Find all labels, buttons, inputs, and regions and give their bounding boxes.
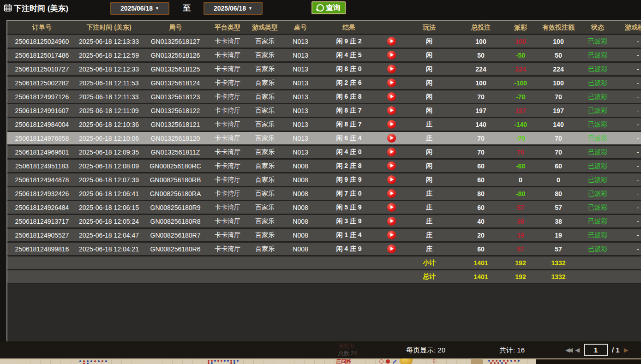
table-row[interactable]: 250618124899816 2025-06-18 12:04:21 GN00… <box>7 243 641 257</box>
replay-icon[interactable] <box>387 175 396 184</box>
game-mode-cell: - <box>615 187 641 200</box>
replay-icon[interactable] <box>387 189 396 198</box>
table-row[interactable]: 250618124951183 2025-06-18 12:08:09 GN00… <box>7 160 641 173</box>
page-total-label: / 1 <box>612 346 620 354</box>
page-number-input[interactable] <box>584 344 608 356</box>
order-number-cell: 250618124932426 <box>7 187 77 200</box>
valid-bet-cell: 140 <box>536 118 581 131</box>
table-row[interactable]: 250618124926484 2025-06-18 12:06:15 GN00… <box>7 201 641 215</box>
play-type-cell: 庄 <box>401 215 457 227</box>
table-row[interactable]: 250618125017486 2025-06-18 12:12:59 GN01… <box>7 49 641 63</box>
bead-road-dots <box>79 360 81 362</box>
platform-type-cell: 卡卡湾厅 <box>210 187 246 200</box>
table-row[interactable]: 250618124944878 2025-06-18 12:07:39 GN00… <box>7 173 641 187</box>
replay-icon[interactable] <box>387 231 396 239</box>
table-row[interactable]: 250618124984004 2025-06-18 12:10:36 GN01… <box>7 118 641 132</box>
table-row[interactable]: 250618124905527 2025-06-18 12:04:47 GN00… <box>7 229 641 243</box>
valid-bet-cell: 224 <box>536 63 581 75</box>
play-type-cell: 闲 <box>401 77 457 89</box>
payout-cell: 197 <box>505 104 536 117</box>
table-number-cell: N013 <box>284 104 317 117</box>
status-cell: 已派彩 <box>581 77 615 89</box>
replay-cell <box>381 35 401 48</box>
strip-divider-block <box>471 359 483 364</box>
order-number-cell: 250618124997126 <box>7 90 77 103</box>
bet-time-cell: 2025-06-18 12:11:53 <box>77 77 141 89</box>
next-page-icon[interactable]: ▶ <box>624 346 629 353</box>
payout-cell: 57 <box>505 243 536 255</box>
replay-icon[interactable] <box>387 148 396 156</box>
replay-icon[interactable] <box>387 120 396 129</box>
date-from-picker[interactable]: 2025/06/18 ▼ <box>110 2 169 15</box>
payout-cell: -140 <box>505 118 536 131</box>
table-row[interactable]: 250618124991607 2025-06-18 12:11:09 GN01… <box>7 104 641 118</box>
dropdown-arrow-icon: ▼ <box>155 6 159 11</box>
replay-cell <box>381 118 401 131</box>
round-number-cell: GN0132561811Z <box>141 146 210 158</box>
play-type-cell: 闲 <box>401 160 457 172</box>
valid-bet-cell: 100 <box>536 35 581 48</box>
replay-icon[interactable] <box>387 134 396 143</box>
status-cell: 已派彩 <box>581 146 615 158</box>
table-row[interactable]: 250618124969601 2025-06-18 12:09:35 GN01… <box>7 146 641 160</box>
round-number-cell: GN008256180RC <box>141 160 210 172</box>
replay-icon[interactable] <box>387 78 396 87</box>
bet-time-cell: 2025-06-18 12:04:47 <box>77 229 141 241</box>
round-number-cell: GN01325618127 <box>141 35 210 48</box>
first-page-icon[interactable]: ◀◀ <box>565 346 571 353</box>
replay-icon[interactable] <box>387 161 396 170</box>
result-cell: 闲 4 庄 9 <box>317 243 381 255</box>
table-row[interactable]: 250618125024960 2025-06-18 12:13:33 GN01… <box>7 35 641 49</box>
subtotal-bet: 1401 <box>457 257 505 269</box>
table-row[interactable]: 250618124932426 2025-06-18 12:06:41 GN00… <box>7 187 641 201</box>
round-number-cell: GN01325618122 <box>141 104 210 117</box>
platform-type-cell: 卡卡湾厅 <box>210 35 246 48</box>
payout-cell: 0 <box>505 173 536 186</box>
game-mode-cell: - <box>615 229 641 241</box>
replay-icon[interactable] <box>387 65 396 73</box>
table-row[interactable]: 250618124976858 2025-06-18 12:10:06 GN01… <box>7 132 641 146</box>
replay-icon[interactable] <box>387 51 396 60</box>
column-header: 局号 <box>141 21 210 34</box>
play-type-cell: 闲 <box>401 104 457 117</box>
status-cell: 已派彩 <box>581 160 615 172</box>
bet-time-cell: 2025-06-18 12:07:39 <box>77 173 141 186</box>
valid-bet-cell: 80 <box>536 187 581 200</box>
replay-icon[interactable] <box>387 203 396 212</box>
payout-cell: -100 <box>505 77 536 89</box>
game-type-cell: 百家乐 <box>246 146 284 158</box>
bet-time-cell: 2025-06-18 12:12:33 <box>77 63 141 75</box>
round-number-cell: GN008256180RA <box>141 187 210 200</box>
total-bet-cell: 60 <box>457 160 505 172</box>
table-row[interactable]: 250618125002282 2025-06-18 12:11:53 GN01… <box>7 77 641 90</box>
background-zero-mark: 0 <box>433 358 436 364</box>
total-payout: 192 <box>505 270 536 283</box>
search-button[interactable]: 查询 <box>312 1 346 14</box>
table-row[interactable]: 250618124913717 2025-06-18 12:05:24 GN00… <box>7 215 641 229</box>
payout-cell: 19 <box>505 229 536 241</box>
platform-type-cell: 卡卡湾厅 <box>210 90 246 103</box>
replay-icon[interactable] <box>387 92 396 101</box>
column-header: 结果 <box>317 21 381 34</box>
prev-page-icon[interactable]: ◀ <box>575 346 580 353</box>
round-number-cell: GN008256180R9 <box>141 201 210 214</box>
replay-icon[interactable] <box>387 37 396 46</box>
replay-icon[interactable] <box>387 106 396 115</box>
column-header <box>381 21 401 34</box>
table-number-cell: N008 <box>284 229 317 241</box>
status-cell: 已派彩 <box>581 229 615 241</box>
order-number-cell: 250618125024960 <box>7 35 77 48</box>
order-number-cell: 250618124969601 <box>7 146 77 158</box>
table-row[interactable]: 250618124997126 2025-06-18 12:11:33 GN01… <box>7 90 641 104</box>
date-to-picker[interactable]: 2025/06/18 ▼ <box>204 2 263 15</box>
platform-type-cell: 卡卡湾厅 <box>210 160 246 172</box>
order-number-cell: 250618124944878 <box>7 173 77 186</box>
game-type-cell: 百家乐 <box>246 118 284 131</box>
payout-cell: -50 <box>505 49 536 61</box>
strip-dark-segment <box>536 359 641 364</box>
banker-road-label: 庄问路 <box>336 358 351 364</box>
replay-icon[interactable] <box>387 217 396 226</box>
table-row[interactable]: 250618125010727 2025-06-18 12:12:33 GN01… <box>7 63 641 77</box>
replay-icon[interactable] <box>387 245 396 253</box>
subtotal-row: 小计 1401 192 1332 <box>7 257 641 270</box>
